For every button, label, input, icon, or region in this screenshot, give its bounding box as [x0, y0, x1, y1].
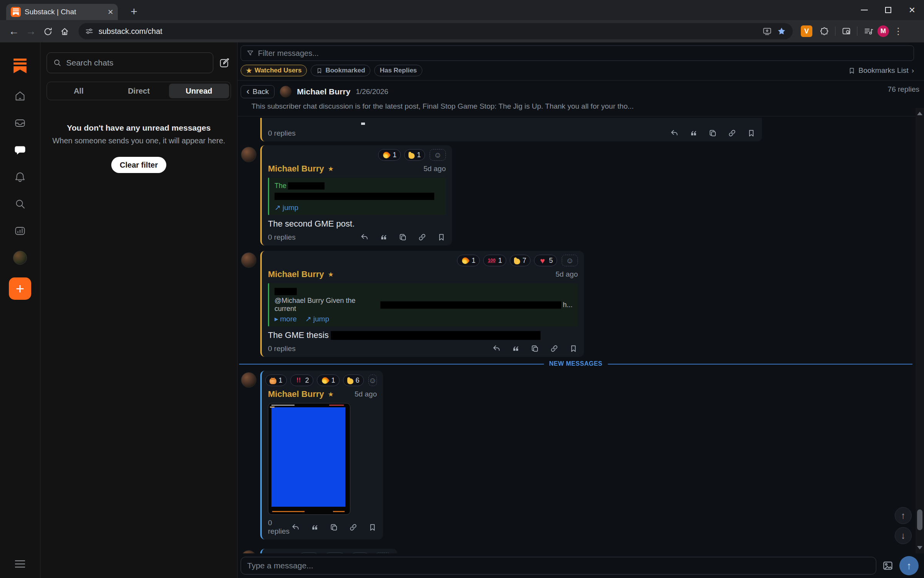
reply-icon[interactable]: [670, 129, 679, 138]
image-attachment[interactable]: [268, 403, 350, 515]
tab-close-icon[interactable]: ×: [108, 7, 113, 17]
thread-author-avatar[interactable]: [280, 86, 291, 97]
chat-nav-icon[interactable]: [0, 136, 40, 163]
reaction-pill[interactable]: 1: [378, 149, 401, 161]
copy-link-icon[interactable]: [349, 523, 358, 532]
reaction-pill[interactable]: 1: [265, 375, 287, 386]
filter-messages-input[interactable]: [258, 49, 908, 58]
jump-link[interactable]: ↗jump: [275, 203, 298, 212]
reload-icon[interactable]: [39, 23, 56, 40]
reaction-pill[interactable]: 1: [404, 149, 425, 161]
notifications-bell-icon[interactable]: [0, 163, 40, 190]
bookmark-icon[interactable]: [368, 523, 377, 532]
quoted-message[interactable]: @Michael Burry Given the current h...▸mo…: [268, 283, 578, 326]
message-author-name[interactable]: Michael Burry: [268, 389, 324, 399]
scrollbar-down-arrow-icon[interactable]: [917, 546, 922, 549]
reaction-pill[interactable]: 1: [323, 553, 346, 553]
clear-filter-button[interactable]: Clear filter: [111, 157, 166, 173]
add-reaction-button[interactable]: ☺: [562, 255, 578, 266]
reply-icon[interactable]: [360, 233, 369, 242]
profile-avatar[interactable]: [0, 244, 40, 271]
forward-icon[interactable]: →: [22, 23, 39, 40]
browser-tab[interactable]: Substack | Chat ×: [6, 4, 118, 20]
home-icon[interactable]: [56, 23, 73, 40]
address-bar[interactable]: substack.com/chat: [79, 23, 793, 39]
replies-count[interactable]: 0 replies: [268, 519, 291, 536]
extensions-puzzle-icon[interactable]: [817, 24, 831, 38]
replies-count[interactable]: 0 replies: [268, 344, 296, 353]
scroll-to-bottom-button[interactable]: ↓: [895, 527, 912, 544]
bookmark-icon[interactable]: [437, 233, 446, 242]
replies-count[interactable]: 0 replies: [268, 233, 296, 242]
quote-icon[interactable]: [379, 233, 388, 242]
add-reaction-button[interactable]: ☺: [430, 149, 446, 161]
reaction-pill[interactable]: 1: [298, 553, 320, 553]
reply-icon[interactable]: [492, 344, 501, 353]
jump-link[interactable]: ↗jump: [305, 314, 329, 323]
message-input[interactable]: [247, 561, 870, 570]
search-nav-icon[interactable]: [0, 190, 40, 217]
reaction-pill[interactable]: 1001: [483, 255, 506, 266]
quote-icon[interactable]: [310, 523, 319, 532]
reaction-pill[interactable]: ♥5: [534, 255, 557, 266]
search-chats-input[interactable]: [66, 58, 207, 67]
message-author-avatar[interactable]: [241, 252, 256, 268]
install-app-icon[interactable]: [762, 26, 772, 36]
quote-icon[interactable]: [511, 344, 520, 353]
browser-profile-avatar[interactable]: M: [877, 25, 889, 37]
chat-scrollbar[interactable]: [916, 108, 924, 553]
tab-direct[interactable]: Direct: [109, 84, 169, 98]
message-author-avatar[interactable]: [241, 147, 256, 162]
window-maximize-button[interactable]: [876, 0, 900, 20]
site-settings-icon[interactable]: [85, 27, 94, 36]
back-button[interactable]: ‹ Back: [241, 85, 275, 98]
scroll-to-top-button[interactable]: ↑: [895, 507, 912, 524]
send-button[interactable]: ↑: [899, 556, 919, 575]
search-chats-box[interactable]: [47, 52, 213, 73]
inbox-nav-icon[interactable]: [0, 109, 40, 136]
chip-watched-users[interactable]: ★ Watched Users: [241, 65, 307, 76]
add-reaction-button[interactable]: ☺: [375, 553, 391, 553]
reaction-pill[interactable]: 1: [317, 375, 340, 386]
tab-unread[interactable]: Unread: [169, 84, 229, 98]
replies-count[interactable]: 0 replies: [268, 129, 296, 138]
window-close-button[interactable]: ×: [900, 0, 924, 20]
copy-icon[interactable]: [398, 233, 407, 242]
attach-image-icon[interactable]: [882, 560, 894, 571]
reply-icon[interactable]: [291, 523, 300, 532]
reaction-pill[interactable]: !!2: [290, 375, 313, 386]
message-author-name[interactable]: Michael Burry: [268, 164, 324, 174]
scrollbar-up-arrow-icon[interactable]: [917, 112, 922, 115]
bookmark-icon[interactable]: [747, 129, 756, 138]
copy-icon[interactable]: [708, 129, 717, 138]
copy-link-icon[interactable]: [728, 129, 737, 138]
reaction-pill[interactable]: 6: [343, 375, 364, 386]
quoted-message[interactable]: The ↗jump: [268, 178, 446, 215]
search-tabs-icon[interactable]: [839, 24, 853, 38]
chip-bookmarked[interactable]: Bookmarked: [311, 65, 370, 76]
reading-list-icon[interactable]: [861, 24, 875, 38]
window-minimize-button[interactable]: [852, 0, 876, 20]
substack-logo-icon[interactable]: [13, 49, 27, 82]
new-tab-button[interactable]: +: [127, 5, 141, 18]
bookmark-icon[interactable]: [569, 344, 578, 353]
copy-link-icon[interactable]: [418, 233, 427, 242]
quote-icon[interactable]: [689, 129, 698, 138]
menu-hamburger-icon[interactable]: [0, 560, 40, 568]
back-icon[interactable]: ←: [5, 23, 22, 40]
message-author-name[interactable]: Michael Burry: [268, 269, 324, 279]
home-nav-icon[interactable]: [0, 82, 40, 109]
stats-nav-icon[interactable]: [0, 217, 40, 244]
add-reaction-button[interactable]: ☺: [368, 375, 377, 386]
scrollbar-thumb[interactable]: [917, 509, 922, 530]
messages-scroll-area[interactable]: 0 replies11☺Michael Burry★5d agoThe ↗jum…: [238, 116, 924, 553]
compose-icon[interactable]: [219, 57, 231, 69]
filter-messages-box[interactable]: [241, 45, 914, 61]
message-author-avatar[interactable]: [241, 550, 256, 553]
bookmarks-list-link[interactable]: Bookmarks List ›: [848, 66, 914, 75]
reaction-pill[interactable]: 7: [510, 255, 531, 266]
reaction-pill[interactable]: 1: [457, 255, 480, 266]
copy-link-icon[interactable]: [550, 344, 559, 353]
new-post-button[interactable]: +: [9, 277, 31, 300]
extension-v-icon[interactable]: V: [801, 25, 812, 37]
